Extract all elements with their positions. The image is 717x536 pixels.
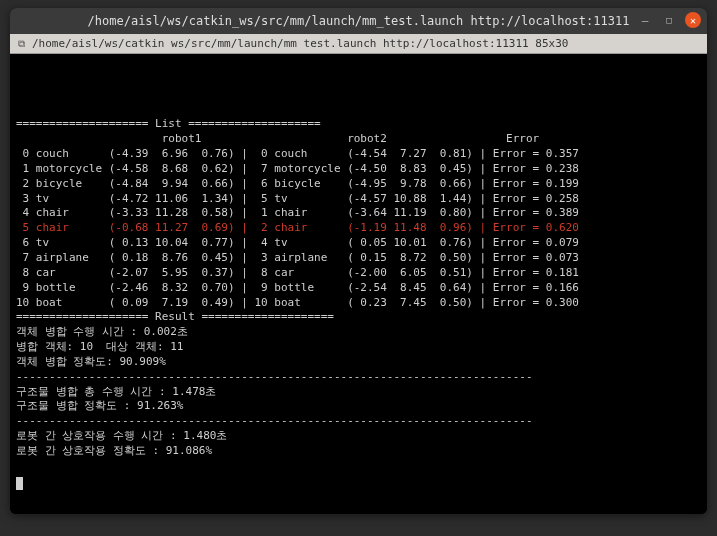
table-row: 7 airplane ( 0.18 8.76 0.45) | 3 airplan… (16, 251, 701, 266)
divider: ----------------------------------------… (16, 414, 701, 429)
titlebar[interactable]: /home/aisl/ws/catkin_ws/src/mm/launch/mm… (10, 8, 707, 34)
stat-line: 구조물 병합 정확도 : 91.263% (16, 399, 701, 414)
result-header: ==================== Result ============… (16, 310, 701, 325)
stat-line: 로봇 간 상호작용 정확도 : 91.086% (16, 444, 701, 459)
table-row: 9 bottle (-2.46 8.32 0.70) | 9 bottle (-… (16, 281, 701, 296)
divider: ----------------------------------------… (16, 370, 701, 385)
table-row: 1 motorcycle (-4.58 8.68 0.62) | 7 motor… (16, 162, 701, 177)
table-row: 3 tv (-4.72 11.06 1.34) | 5 tv (-4.57 10… (16, 192, 701, 207)
column-headers: robot1 robot2 Error (16, 132, 701, 147)
tab-label: /home/aisl/ws/catkin ws/src/mm/launch/mm… (32, 37, 568, 50)
prompt-line[interactable] (16, 474, 701, 492)
cursor-icon (16, 477, 23, 490)
terminal-window: /home/aisl/ws/catkin_ws/src/mm/launch/mm… (10, 8, 707, 514)
list-header: ==================== List ==============… (16, 117, 701, 132)
table-row: 0 couch (-4.39 6.96 0.76) | 0 couch (-4.… (16, 147, 701, 162)
table-row: 6 tv ( 0.13 10.04 0.77) | 4 tv ( 0.05 10… (16, 236, 701, 251)
window-controls (637, 12, 701, 28)
minimize-button[interactable] (637, 12, 653, 28)
table-row: 2 bicycle (-4.84 9.94 0.66) | 6 bicycle … (16, 177, 701, 192)
stat-line: 병합 객체: 10 대상 객체: 11 (16, 340, 701, 355)
terminal-icon: ⧉ (14, 37, 28, 51)
stat-line: 구조물 병합 총 수행 시간 : 1.478초 (16, 385, 701, 400)
stat-line: 객체 병합 정확도: 90.909% (16, 355, 701, 370)
close-button[interactable] (685, 12, 701, 28)
tab-bar: ⧉ /home/aisl/ws/catkin ws/src/mm/launch/… (10, 34, 707, 54)
stat-line: 객체 병합 수행 시간 : 0.002초 (16, 325, 701, 340)
table-row: 8 car (-2.07 5.95 0.37) | 8 car (-2.00 6… (16, 266, 701, 281)
window-title: /home/aisl/ws/catkin_ws/src/mm/launch/mm… (88, 14, 630, 28)
table-row: 5 chair (-0.68 11.27 0.69) | 2 chair (-1… (16, 221, 701, 236)
stat-line: 로봇 간 상호작용 수행 시간 : 1.480초 (16, 429, 701, 444)
table-row: 4 chair (-3.33 11.28 0.58) | 1 chair (-3… (16, 206, 701, 221)
table-row: 10 boat ( 0.09 7.19 0.49) | 10 boat ( 0.… (16, 296, 701, 311)
terminal-output[interactable]: ==================== List ==============… (10, 54, 707, 514)
maximize-button[interactable] (661, 12, 677, 28)
